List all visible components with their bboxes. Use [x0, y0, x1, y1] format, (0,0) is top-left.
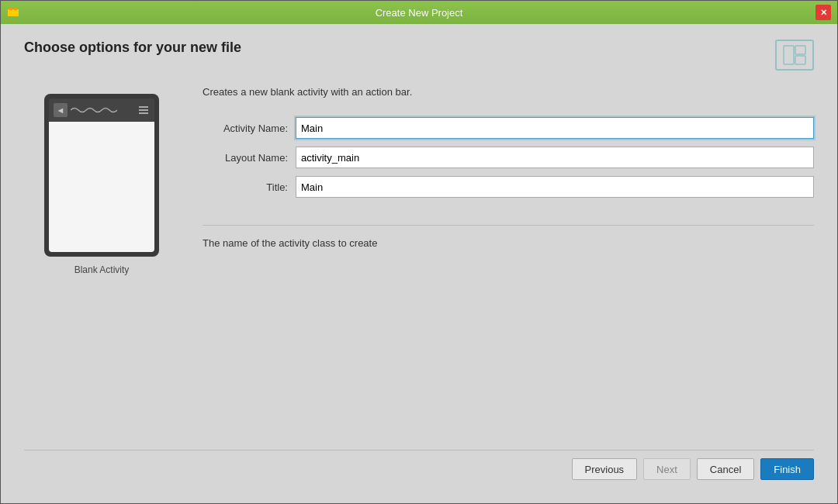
page-header: Choose options for your new file — [24, 40, 814, 71]
form-divider — [203, 225, 814, 226]
phone-top-bar: ◄ — [49, 98, 154, 122]
hint-text: The name of the activity class to create — [203, 237, 814, 249]
phone-screen — [49, 122, 154, 252]
previous-button[interactable]: Previous — [572, 458, 638, 480]
cancel-button[interactable]: Cancel — [697, 458, 754, 480]
next-button[interactable]: Next — [643, 458, 691, 480]
svg-rect-1 — [9, 8, 12, 10]
phone-squiggle — [71, 105, 136, 116]
title-bar: Create New Project ✕ — [1, 1, 837, 24]
layout-icon — [783, 44, 806, 66]
phone-menu-icon — [139, 105, 150, 116]
window-controls: ✕ — [815, 5, 831, 20]
right-panel: Creates a new blank activity with an act… — [203, 86, 814, 450]
activity-name-row: Activity Name: — [203, 117, 814, 139]
left-panel: ◄ Blank Activity — [24, 86, 179, 450]
description-text: Creates a new blank activity with an act… — [203, 86, 814, 98]
footer-buttons: Previous Next Cancel Finish — [24, 450, 814, 488]
svg-rect-3 — [784, 46, 794, 64]
content-area: Choose options for your new file ◄ — [1, 24, 837, 503]
dialog-window: Create New Project ✕ Choose options for … — [0, 0, 838, 504]
app-icon — [7, 6, 19, 19]
main-row: ◄ Blank Activity — [24, 86, 814, 450]
title-input[interactable] — [296, 176, 814, 198]
finish-button[interactable]: Finish — [760, 458, 814, 480]
layout-name-input[interactable] — [296, 147, 814, 168]
activity-name-label: Activity Name: — [203, 123, 288, 134]
form-area: Activity Name: Layout Name: Title: — [203, 117, 814, 198]
layout-name-row: Layout Name: — [203, 147, 814, 168]
title-label: Title: — [203, 181, 288, 193]
squiggle-wave-icon — [71, 105, 117, 116]
svg-rect-5 — [795, 56, 805, 64]
title-row: Title: — [203, 176, 814, 198]
svg-rect-0 — [8, 9, 19, 16]
phone-mockup-label: Blank Activity — [74, 264, 130, 275]
window-title: Create New Project — [376, 7, 463, 19]
header-icon — [775, 40, 814, 71]
phone-mockup: ◄ — [44, 94, 159, 257]
activity-name-input[interactable] — [296, 117, 814, 139]
svg-rect-2 — [14, 8, 17, 10]
layout-name-label: Layout Name: — [203, 152, 288, 164]
phone-back-icon: ◄ — [54, 103, 68, 117]
page-title: Choose options for your new file — [24, 40, 241, 56]
close-button[interactable]: ✕ — [815, 5, 831, 20]
title-bar-left — [7, 6, 19, 19]
svg-rect-4 — [795, 46, 805, 54]
